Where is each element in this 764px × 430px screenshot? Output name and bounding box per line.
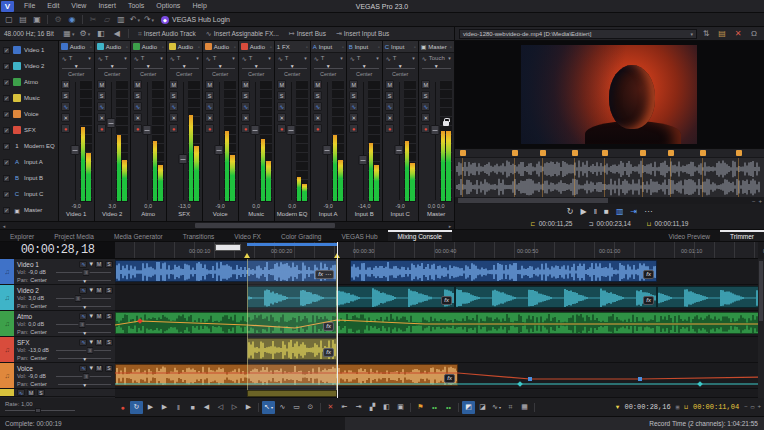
mixer-horizontal-scrollbar[interactable]: ◂ ▸ — [0, 221, 454, 229]
audio-event[interactable] — [247, 390, 337, 397]
record-arm-button[interactable]: ● — [241, 124, 250, 133]
volume-handle[interactable]: ≡ — [83, 269, 90, 276]
strip-options-icon[interactable]: ▫ — [162, 44, 164, 50]
volume-slider[interactable]: ≡ — [56, 373, 111, 380]
trimmer-marker-icon[interactable] — [572, 150, 578, 156]
envelope-icon[interactable]: ∿ — [79, 339, 87, 346]
volume-slider[interactable]: ≡ — [56, 295, 111, 302]
tab-media-generator[interactable]: Media Generator — [104, 230, 173, 241]
pan-slider[interactable]: ▼ — [62, 63, 91, 71]
checkbox[interactable]: ✓ — [3, 95, 10, 102]
audio-only-button[interactable]: Ω — [748, 28, 760, 40]
next-frame-button[interactable]: ▷ — [228, 401, 241, 414]
mute-button[interactable]: M — [277, 80, 286, 89]
scrollbar-thumb[interactable] — [195, 223, 335, 228]
event-fx-button[interactable]: fx — [323, 348, 334, 357]
trimmer-marker-icon[interactable] — [540, 150, 546, 156]
fader-handle[interactable] — [359, 155, 368, 165]
record-arm-button[interactable]: ● — [205, 124, 214, 133]
rate-slider-handle[interactable] — [35, 408, 41, 413]
pan-slider[interactable]: ▼ — [58, 355, 111, 362]
track-lane-video-2[interactable]: fxfx — [115, 285, 758, 311]
menu-help[interactable]: Help — [186, 0, 212, 12]
fader-handle[interactable] — [215, 145, 224, 155]
volume-fader[interactable] — [252, 80, 259, 202]
solo-button[interactable]: S — [105, 365, 113, 372]
audio-event[interactable]: fx — [115, 364, 458, 386]
solo-button[interactable]: S — [421, 91, 430, 100]
pan-slider[interactable]: ▼ — [314, 63, 343, 71]
tab-mixing-console[interactable]: Mixing Console — [388, 230, 452, 241]
channel-list-item-video-1[interactable]: ✓Video 1 — [0, 42, 58, 58]
checkbox[interactable]: ✓ — [3, 143, 10, 150]
automation-icon[interactable]: ∿ — [277, 102, 286, 111]
pan-slider[interactable]: ▼ — [58, 329, 111, 336]
tab-explorer[interactable]: Explorer — [0, 230, 44, 241]
track-lane-voice[interactable]: fx — [115, 363, 758, 389]
strip-options-icon[interactable]: ▫ — [270, 44, 272, 50]
project-properties-button[interactable]: ⚙ — [52, 14, 64, 26]
envelope-node[interactable] — [697, 381, 703, 387]
trimmer-marker-icon[interactable] — [736, 150, 742, 156]
strip-fx-chain[interactable]: ∿T▾ — [383, 53, 418, 63]
pan-handle[interactable]: ▼ — [110, 63, 115, 69]
strip-fx-chain[interactable]: ∿T▾ — [203, 53, 238, 63]
strip-fx-chain[interactable]: ∿T▾ — [95, 53, 130, 63]
checkbox[interactable]: ✓ — [3, 79, 10, 86]
pan-handle[interactable]: ▼ — [82, 304, 87, 310]
pan-slider[interactable]: ▼ — [170, 63, 199, 71]
scroll-left-icon[interactable]: ◂ — [0, 222, 8, 229]
automation-icon[interactable]: ∿ — [97, 102, 106, 111]
mute-button[interactable]: M — [95, 365, 103, 372]
pan-slider[interactable]: ▼ — [58, 303, 111, 310]
fader-handle[interactable] — [71, 145, 80, 155]
solo-button[interactable]: S — [105, 261, 113, 268]
pan-handle[interactable]: ▼ — [82, 356, 87, 362]
mute-button[interactable]: M — [349, 80, 358, 89]
zoom-out-button[interactable]: − — [744, 403, 748, 411]
pan-handle[interactable]: ▼ — [398, 63, 403, 69]
solo-button[interactable]: S — [97, 91, 106, 100]
event-fx-button[interactable]: fx — [444, 374, 455, 383]
strip-options-icon[interactable]: ▫ — [198, 44, 200, 50]
pan-slider[interactable]: ▼ — [206, 63, 235, 71]
paste-button[interactable]: ▥ — [115, 14, 127, 26]
audio-event[interactable]: fx⋯ — [115, 260, 337, 282]
render-as-button[interactable]: ◉ — [66, 14, 78, 26]
pan-handle[interactable]: ▼ — [74, 63, 79, 69]
dim-output-button[interactable]: ◧ — [95, 28, 107, 40]
strip-fx-chain[interactable]: ∿T▾ — [347, 53, 382, 63]
loop-region-bar[interactable] — [247, 243, 337, 246]
volume-fader[interactable] — [324, 80, 331, 202]
snap-indicator[interactable]: •• — [428, 401, 441, 414]
mute-button[interactable]: M — [95, 261, 103, 268]
normal-edit-tool-button[interactable]: ↖▾ — [262, 401, 275, 414]
volume-handle[interactable]: ≡ — [83, 373, 90, 380]
auto-ripple-button[interactable]: ◪ — [476, 401, 489, 414]
envelope-node[interactable] — [638, 377, 642, 381]
pan-handle[interactable]: ▼ — [82, 278, 87, 284]
tab-transitions[interactable]: Transitions — [173, 230, 225, 241]
channel-list-item-video-2[interactable]: ✓Video 2 — [0, 58, 58, 74]
phase-button[interactable]: ✕ — [133, 113, 142, 122]
audio-event[interactable]: fx — [115, 312, 337, 334]
channel-list-item-modern-eq[interactable]: ✓1Modern EQ — [0, 138, 58, 154]
mute-button[interactable]: M — [313, 80, 322, 89]
volume-fader[interactable] — [180, 80, 187, 202]
pan-slider[interactable]: ▼ — [422, 63, 451, 71]
copy-button[interactable]: ▱ — [101, 14, 113, 26]
mute-button[interactable]: M — [241, 80, 250, 89]
mute-button[interactable]: M — [421, 80, 430, 89]
channel-list-item-input-c[interactable]: ✓CInput C — [0, 186, 58, 202]
menu-edit[interactable]: Edit — [41, 0, 65, 12]
mute-button[interactable]: M — [95, 287, 103, 294]
insert-input-bus-button[interactable]: ⇥Insert Input Bus — [332, 28, 393, 39]
phase-button[interactable]: ✕ — [169, 113, 178, 122]
insert-assignable-fx-button[interactable]: ∿Insert Assignable FX... — [202, 28, 283, 39]
automation-icon[interactable]: ∿ — [205, 102, 214, 111]
solo-button[interactable]: S — [349, 91, 358, 100]
insert-marker-button[interactable]: ⚑ — [414, 401, 427, 414]
pan-slider[interactable]: ▼ — [386, 63, 415, 71]
tab-color-grading[interactable]: Color Grading — [271, 230, 331, 241]
snapping-button[interactable]: ⌗ — [504, 401, 517, 414]
